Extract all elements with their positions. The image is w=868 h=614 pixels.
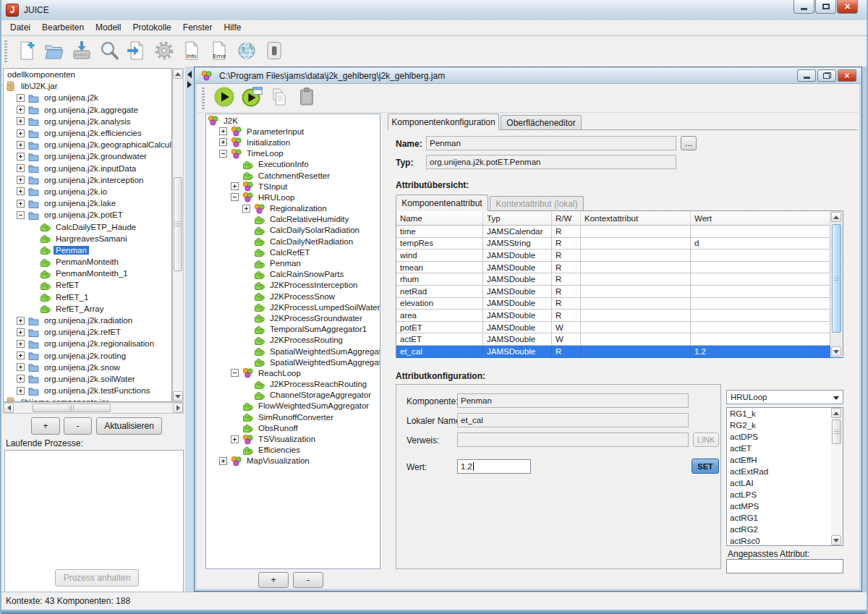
collapse-icon[interactable] — [231, 369, 239, 377]
context-attribute-actlai[interactable]: actLAI — [727, 477, 843, 489]
model-tree-item-calcrainsnowparts[interactable]: CalcRainSnowParts — [206, 269, 380, 280]
library-tree-item-org-unijena-j2k-soilwater[interactable]: org.unijena.j2k.soilWater — [4, 373, 171, 385]
model-window-titlebar[interactable]: C:\Program Files\jams\data\j2k_gehlberg\… — [195, 68, 861, 84]
tab-kontextattribut[interactable]: Kontextattribut (lokal) — [490, 196, 584, 210]
expand-icon[interactable] — [17, 200, 25, 208]
paste-button[interactable] — [293, 85, 320, 111]
maximize-button[interactable] — [815, 0, 836, 14]
expand-icon[interactable] — [17, 328, 25, 336]
context-attribute-actdps[interactable]: actDPS — [727, 431, 843, 443]
model-tree-item-regionalization[interactable]: Regionalization — [206, 203, 380, 214]
model-tree-item-j2kprocessrouting[interactable]: J2KProcessRouting — [206, 335, 380, 346]
context-attribute-rg1-k[interactable]: RG1_k — [727, 408, 843, 419]
set-button[interactable]: SET — [692, 459, 719, 474]
name-field[interactable]: Penman — [426, 136, 676, 150]
table-row-area[interactable]: areaJAMSDoubleR — [396, 310, 843, 322]
model-tree-item-obsrunoff[interactable]: ObsRunoff — [206, 422, 380, 433]
context-attribute-rg2-k[interactable]: RG2_k — [727, 419, 843, 431]
online-globe-button[interactable] — [233, 38, 260, 64]
scrollbar-thumb[interactable] — [832, 224, 841, 333]
table-row-rhum[interactable]: rhumJAMSDoubleR — [396, 273, 843, 286]
panel-splitter[interactable] — [185, 67, 194, 592]
open-model-button[interactable] — [41, 38, 68, 64]
model-tree-item-timeloop[interactable]: TimeLoop — [206, 148, 380, 159]
expand-icon[interactable] — [17, 141, 25, 149]
library-tree-item-hargreavessamani[interactable]: HargreavesSamani — [4, 233, 171, 244]
library-tree-item-lib-jams-components-jar[interactable]: lib\jams-components.jar — [4, 396, 171, 402]
add-component-button[interactable]: + — [258, 572, 289, 588]
library-tree-item-org-unijena-j2k-radiation[interactable]: org.unijena.j2k.radiation — [4, 315, 171, 326]
expand-icon[interactable] — [17, 153, 25, 161]
model-tree-item-hruloop[interactable]: HRULoop — [206, 192, 380, 202]
scroll-up-button[interactable] — [831, 212, 841, 222]
library-tree-item-org-unijena-j2k-geographicalcalculations[interactable]: org.unijena.j2k.geographicalCalculations — [4, 139, 171, 150]
model-tree-item-j2kprocessinterception[interactable]: J2KProcessInterception — [206, 280, 380, 291]
model-tree-item-channelstorageaggregator[interactable]: ChannelStorageAggregator — [206, 390, 380, 401]
model-tree-item-reachloop[interactable]: ReachLoop — [206, 367, 380, 378]
column-header-kontextattribut[interactable]: Kontextattribut — [581, 211, 691, 225]
expand-icon[interactable] — [17, 106, 25, 114]
remove-component-button[interactable]: - — [293, 572, 323, 588]
scrollbar-thumb[interactable] — [832, 419, 841, 444]
scroll-up-button[interactable] — [831, 408, 841, 418]
table-row-time[interactable]: timeJAMSCalendarR — [396, 226, 843, 238]
library-tree-item-refet-array[interactable]: RefET_Array — [4, 303, 171, 315]
scroll-down-button[interactable] — [831, 535, 841, 545]
expand-icon[interactable] — [242, 205, 250, 213]
model-tree-item-calcrelativehumidity[interactable]: CalcRelativeHumidity — [206, 214, 380, 225]
table-row-elevation[interactable]: elevationJAMSDoubleR — [396, 298, 843, 310]
add-library-button[interactable]: + — [31, 417, 60, 435]
remove-library-button[interactable]: - — [64, 417, 92, 435]
context-attribute-actrg2[interactable]: actRG2 — [727, 524, 843, 535]
expand-icon[interactable] — [17, 176, 25, 184]
inner-restore-button[interactable] — [817, 69, 836, 82]
model-tree-item-calcdailynetradiation[interactable]: CalcDailyNetRadiation — [206, 236, 380, 247]
library-tree-item-org-unijena-j2k[interactable]: org.unijena.j2k — [4, 92, 171, 103]
library-tree-item-org-unijena-j2k-routing[interactable]: org.unijena.j2k.routing — [4, 350, 171, 362]
search-button[interactable] — [95, 38, 123, 64]
import-button[interactable] — [123, 38, 150, 64]
model-tree-item-flowweightedsumaggregator[interactable]: FlowWeightedSumAggregator — [206, 401, 380, 412]
context-attribute-actet[interactable]: actET — [727, 443, 843, 454]
library-tree-item-org-unijena-j2k-refet[interactable]: org.unijena.j2k.refET — [4, 326, 171, 338]
expand-icon[interactable] — [219, 138, 227, 146]
expand-icon[interactable] — [219, 457, 227, 465]
library-tree-item-org-unijena-j2k-lake[interactable]: org.unijena.j2k.lake — [4, 197, 171, 209]
expand-right-icon[interactable] — [187, 81, 192, 88]
library-tree-item-org-unijena-j2k-io[interactable]: org.unijena.j2k.io — [4, 186, 171, 197]
model-tree-item-j2kprocesslumpedsoilwater[interactable]: J2KProcessLumpedSoilWater — [206, 302, 380, 312]
model-tree-item-penman[interactable]: Penman — [206, 257, 380, 268]
scroll-right-button[interactable] — [173, 403, 183, 413]
model-tree-item-tsinput[interactable]: TSInput — [206, 181, 380, 192]
collapse-icon[interactable] — [219, 150, 227, 158]
library-tree-item-org-unijena-j2k-groundwater[interactable]: org.unijena.j2k.groundwater — [4, 150, 171, 162]
column-header-wert[interactable]: Wert — [691, 211, 830, 225]
expand-icon[interactable] — [17, 129, 25, 137]
model-tree-item-spatialweightedsumaggregator1[interactable]: SpatialWeightedSumAggregator1 — [206, 346, 380, 357]
save-model-button[interactable] — [68, 38, 95, 64]
column-header-name[interactable]: Name — [396, 211, 483, 225]
column-header-r-w[interactable]: R/W — [552, 211, 581, 225]
table-vscrollbar[interactable] — [830, 211, 843, 357]
copy-button[interactable] — [265, 85, 293, 111]
library-tree-item-org-unijena-j2k-aggregate[interactable]: org.unijena.j2k.aggregate — [4, 104, 171, 116]
scrollbar-thumb[interactable] — [174, 177, 182, 271]
menu-item-datei[interactable]: Datei — [4, 21, 36, 34]
expand-icon[interactable] — [17, 363, 25, 371]
library-tree-item-org-unijena-j2k-snow[interactable]: org.unijena.j2k.snow — [4, 362, 171, 373]
library-tree-item-odellkomponenten[interactable]: odellkomponenten — [4, 69, 171, 80]
menu-item-modell[interactable]: Modell — [90, 21, 127, 34]
model-tree-item-calcdailysolarradiation[interactable]: CalcDailySolarRadiation — [206, 225, 380, 236]
library-tree-item-refet-1[interactable]: RefET_1 — [4, 291, 171, 303]
expand-icon[interactable] — [231, 182, 239, 190]
expand-icon[interactable] — [17, 375, 25, 383]
library-tree-item-refet[interactable]: RefET — [4, 279, 171, 291]
minimize-button[interactable] — [793, 0, 814, 14]
model-tree-item-j2kprocesssnow[interactable]: J2KProcessSnow — [206, 291, 380, 302]
expand-icon[interactable] — [219, 127, 227, 135]
column-header-typ[interactable]: Typ — [483, 211, 552, 225]
new-model-button[interactable] — [13, 38, 41, 64]
expand-icon[interactable] — [17, 387, 25, 395]
library-tree-item-penmanmonteith[interactable]: PenmanMonteith — [4, 256, 171, 268]
run-model-gui-button[interactable] — [238, 85, 265, 111]
